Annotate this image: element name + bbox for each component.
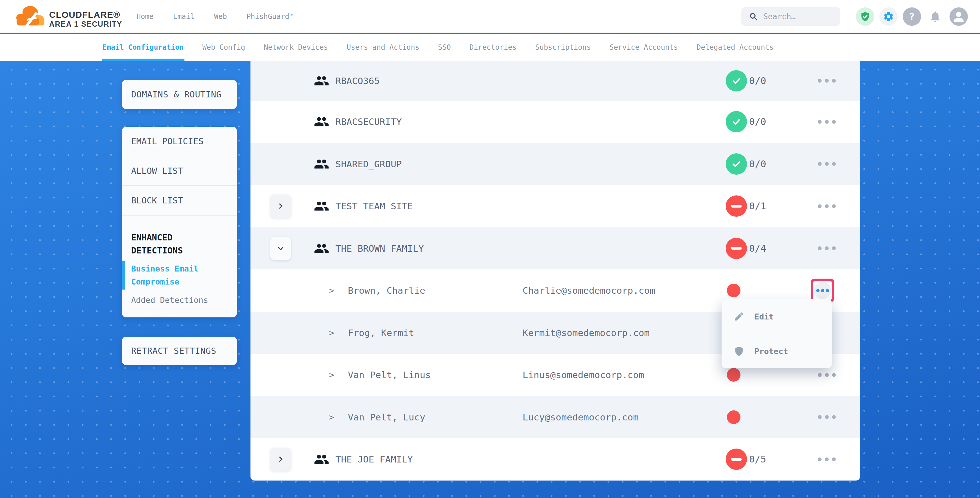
protection-count: 0/4 <box>749 243 766 254</box>
tab-email-configuration[interactable]: Email Configuration <box>102 34 184 61</box>
sidebar-item-retract-settings[interactable]: RETRACT SETTINGS <box>122 346 216 356</box>
tab-network-devices[interactable]: Network Devices <box>264 34 328 61</box>
cloudflare-logo[interactable]: CLOUDFLARE® AREA 1 SECURITY <box>15 2 122 31</box>
member-name: Van Pelt, Lucy <box>348 412 425 423</box>
table-row-group-the-joe-family[interactable]: THE JOE FAMILY 0/5 <box>250 438 860 480</box>
nav-home[interactable]: Home <box>137 13 154 21</box>
tab-delegated-accounts[interactable]: Delegated Accounts <box>697 34 774 61</box>
active-item-accent-bar <box>122 261 125 290</box>
page-background: CLOUDFLARE® AREA 1 SECURITY Home Email W… <box>0 0 980 498</box>
menu-item-protect[interactable]: Protect <box>722 334 832 368</box>
tab-web-config[interactable]: Web Config <box>202 34 245 61</box>
table-row-group-shared-group[interactable]: SHARED_GROUP 0/0 <box>250 143 860 185</box>
chevron-down-icon <box>277 245 285 252</box>
protection-count: 0/0 <box>749 158 766 170</box>
row-menu-button[interactable] <box>813 72 841 90</box>
sidebar-card-retract-settings[interactable]: RETRACT SETTINGS <box>122 337 237 365</box>
member-caret-icon: > <box>325 328 338 338</box>
sidebar-item-business-email-compromise[interactable]: Business Email Compromise <box>131 263 228 288</box>
sidebar-item-enhanced-detections[interactable]: ENHANCED DETECTIONS <box>131 231 228 257</box>
search-input[interactable] <box>763 12 829 21</box>
status-badge-protected <box>725 111 747 132</box>
pencil-icon <box>733 311 745 322</box>
tab-directories[interactable]: Directories <box>469 34 517 61</box>
sidebar-item-email-policies[interactable]: EMAIL POLICIES <box>122 127 237 156</box>
shield-check-icon[interactable] <box>856 7 874 26</box>
status-badge-blocked <box>725 449 747 470</box>
menu-item-edit[interactable]: Edit <box>722 299 832 334</box>
flagged-dot <box>727 410 740 424</box>
group-name: RBACSECURITY <box>336 116 402 127</box>
flagged-dot <box>727 284 740 297</box>
search-box[interactable] <box>741 7 840 26</box>
group-name: TEST TEAM SITE <box>336 201 413 212</box>
tab-users-and-actions[interactable]: Users and Actions <box>347 34 420 61</box>
group-name: RBACO365 <box>336 75 380 86</box>
group-name: THE BROWN FAMILY <box>336 243 424 254</box>
group-name: SHARED_GROUP <box>336 159 402 169</box>
table-row-group-test-team-site[interactable]: TEST TEAM SITE 0/1 <box>250 185 860 228</box>
group-people-icon <box>314 452 329 467</box>
member-caret-icon: > <box>325 412 338 422</box>
row-menu-button[interactable] <box>813 113 841 130</box>
group-people-icon <box>314 156 329 172</box>
help-icon[interactable]: ? <box>903 7 921 26</box>
sidebar-item-block-list[interactable]: BLOCK LIST <box>122 186 237 216</box>
table-row-group-rbacsecurity[interactable]: RBACSECURITY 0/0 <box>250 101 860 143</box>
secondary-nav: Email Configuration Web Config Network D… <box>0 34 980 61</box>
settings-gear-icon[interactable] <box>879 7 898 26</box>
row-menu-button[interactable] <box>813 240 841 257</box>
row-menu-button[interactable] <box>813 155 841 173</box>
group-people-icon <box>314 198 329 214</box>
group-name: THE JOE FAMILY <box>336 454 413 465</box>
tab-service-accounts[interactable]: Service Accounts <box>609 34 678 61</box>
member-caret-icon: > <box>325 370 338 380</box>
table-row-member-van-pelt-lucy[interactable]: > Van Pelt, Lucy Lucy@somedemocorp.com <box>250 396 860 439</box>
sidebar-item-domains-routing[interactable]: DOMAINS & ROUTING <box>122 89 221 99</box>
member-name: Frog, Kermit <box>348 328 414 338</box>
sidebar-card-email-policies: EMAIL POLICIES ALLOW LIST BLOCK LIST ENH… <box>122 127 237 317</box>
protection-count: 0/0 <box>749 75 766 86</box>
row-menu-button[interactable] <box>813 366 841 384</box>
sidebar-item-allow-list[interactable]: ALLOW LIST <box>122 156 237 186</box>
primary-nav: Home Email Web PhishGuard™ <box>137 0 293 33</box>
table-row-group-rbaco365[interactable]: RBACO365 0/0 <box>250 61 860 101</box>
row-menu-button[interactable] <box>813 197 841 215</box>
more-options-icon <box>814 282 831 299</box>
row-menu-button[interactable] <box>813 408 841 426</box>
row-context-menu: Edit Protect <box>722 299 832 368</box>
member-email: Charlie@somedemocorp.com <box>523 285 655 296</box>
expand-row-button[interactable] <box>270 194 291 218</box>
protection-count: 0/1 <box>749 200 766 212</box>
brand-subtitle: AREA 1 SECURITY <box>49 19 122 29</box>
status-badge-protected <box>725 70 747 91</box>
nav-phishguard[interactable]: PhishGuard™ <box>247 13 293 21</box>
status-badge-protected <box>725 153 747 175</box>
status-badge-blocked <box>725 196 747 217</box>
group-people-icon <box>314 73 329 89</box>
member-caret-icon: > <box>325 285 338 296</box>
account-avatar-icon[interactable] <box>950 7 968 26</box>
collapse-row-button[interactable] <box>270 237 291 260</box>
group-people-icon <box>314 114 329 129</box>
nav-web[interactable]: Web <box>214 13 227 21</box>
expand-row-button[interactable] <box>270 448 291 471</box>
member-email: Kermit@somedemocorp.com <box>523 328 649 338</box>
brand-name: CLOUDFLARE® <box>49 10 122 19</box>
sidebar-item-added-detections[interactable]: Added Detections <box>131 295 228 305</box>
nav-email[interactable]: Email <box>173 13 194 21</box>
search-icon <box>749 12 758 21</box>
row-menu-button[interactable] <box>813 450 841 468</box>
header-icon-row: ? <box>856 0 968 33</box>
group-people-icon <box>314 241 329 256</box>
flagged-dot <box>727 368 740 382</box>
tab-sso[interactable]: SSO <box>438 34 450 61</box>
notifications-bell-icon[interactable] <box>926 7 945 26</box>
sidebar-section-enhanced-detections: ENHANCED DETECTIONS Business Email Compr… <box>122 216 237 317</box>
shield-icon <box>733 346 745 356</box>
status-badge-blocked <box>725 238 747 259</box>
sidebar-card-domains-routing[interactable]: DOMAINS & ROUTING <box>122 80 237 109</box>
protection-count: 0/0 <box>749 116 766 127</box>
tab-subscriptions[interactable]: Subscriptions <box>535 34 591 61</box>
table-row-group-the-brown-family[interactable]: THE BROWN FAMILY 0/4 <box>250 228 860 270</box>
